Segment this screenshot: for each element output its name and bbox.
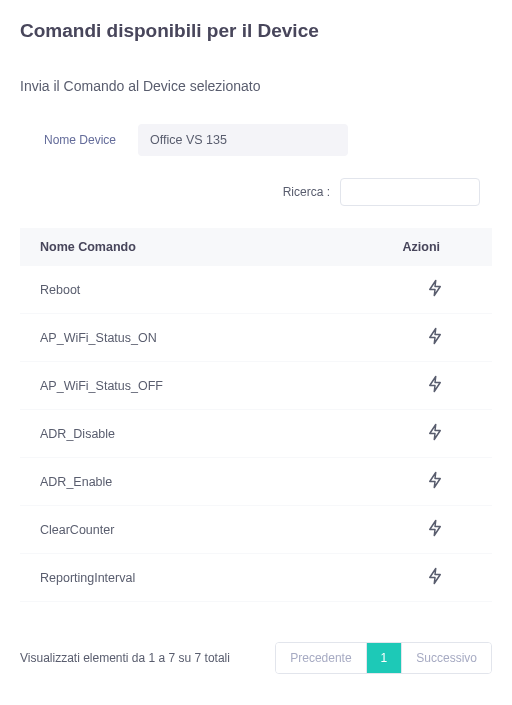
table-row: Reboot xyxy=(20,266,492,314)
command-action-cell xyxy=(302,410,492,458)
command-name-cell: ClearCounter xyxy=(20,506,302,554)
execute-icon[interactable] xyxy=(426,423,444,441)
device-name-input[interactable] xyxy=(138,124,348,156)
table-row: AP_WiFi_Status_OFF xyxy=(20,362,492,410)
table-row: ReportingInterval xyxy=(20,554,492,602)
execute-icon[interactable] xyxy=(426,327,444,345)
pager-next[interactable]: Successivo xyxy=(402,643,491,673)
pager-prev[interactable]: Precedente xyxy=(276,643,366,673)
command-action-cell xyxy=(302,362,492,410)
table-header-row: Nome Comando Azioni xyxy=(20,228,492,266)
table-row: ClearCounter xyxy=(20,506,492,554)
command-action-cell xyxy=(302,458,492,506)
search-row: Ricerca : xyxy=(20,178,492,206)
command-name-cell: AP_WiFi_Status_ON xyxy=(20,314,302,362)
search-input[interactable] xyxy=(340,178,480,206)
command-action-cell xyxy=(302,506,492,554)
page-title: Comandi disponibili per il Device xyxy=(20,20,492,42)
pager-page-1[interactable]: 1 xyxy=(367,643,403,673)
command-action-cell xyxy=(302,314,492,362)
execute-icon[interactable] xyxy=(426,471,444,489)
table-footer: Visualizzati elementi da 1 a 7 su 7 tota… xyxy=(20,642,492,674)
command-action-cell xyxy=(302,266,492,314)
device-label: Nome Device xyxy=(44,133,116,147)
pagination-info: Visualizzati elementi da 1 a 7 su 7 tota… xyxy=(20,651,230,665)
command-name-cell: ADR_Disable xyxy=(20,410,302,458)
commands-table: Nome Comando Azioni RebootAP_WiFi_Status… xyxy=(20,228,492,602)
command-action-cell xyxy=(302,554,492,602)
table-row: ADR_Disable xyxy=(20,410,492,458)
col-actions: Azioni xyxy=(302,228,492,266)
page-subtitle: Invia il Comando al Device selezionato xyxy=(20,78,492,94)
execute-icon[interactable] xyxy=(426,279,444,297)
device-row: Nome Device xyxy=(20,124,492,156)
command-name-cell: AP_WiFi_Status_OFF xyxy=(20,362,302,410)
command-name-cell: ADR_Enable xyxy=(20,458,302,506)
table-row: AP_WiFi_Status_ON xyxy=(20,314,492,362)
col-name: Nome Comando xyxy=(20,228,302,266)
execute-icon[interactable] xyxy=(426,375,444,393)
table-row: ADR_Enable xyxy=(20,458,492,506)
search-label: Ricerca : xyxy=(283,185,330,199)
execute-icon[interactable] xyxy=(426,519,444,537)
command-name-cell: Reboot xyxy=(20,266,302,314)
pager: Precedente 1 Successivo xyxy=(275,642,492,674)
command-name-cell: ReportingInterval xyxy=(20,554,302,602)
execute-icon[interactable] xyxy=(426,567,444,585)
